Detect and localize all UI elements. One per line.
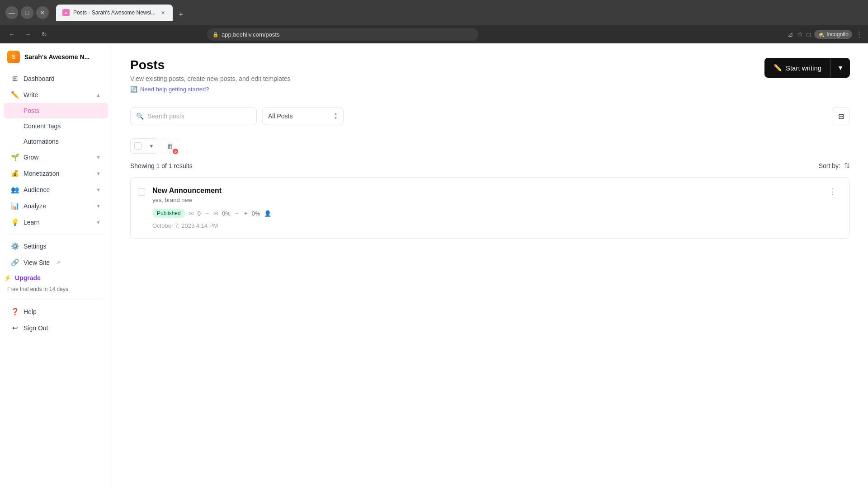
bulk-select-checkbox-group[interactable]: ▼	[130, 138, 158, 154]
sidebar-item-upgrade[interactable]: ⚡ Upgrade	[0, 271, 112, 285]
learn-icon: 💡	[11, 218, 19, 226]
post-meta: Published ✉ 0 → ✉ 0% → ✦ 0% 👤	[152, 209, 818, 218]
post-card[interactable]: New Announcement yes, brand new Publishe…	[130, 177, 850, 239]
browser-actions: ⊿ ☆ □ 🕵 Incognito ⋮	[788, 30, 863, 39]
address-bar[interactable]: 🔒 app.beehiiv.com/posts	[207, 28, 478, 41]
stats-icon: 👤	[264, 210, 271, 217]
main-content: Posts View existing posts, create new po…	[112, 43, 868, 488]
sidebar-item-analyze[interactable]: 📊 Analyze ▼	[4, 198, 108, 214]
help-icon: ❓	[11, 308, 19, 316]
sidebar-item-settings[interactable]: ⚙️ Settings	[4, 238, 108, 254]
brand-avatar: S	[7, 51, 20, 63]
help-link-icon: 🔄	[130, 86, 137, 93]
sidebar-item-write[interactable]: ✏️ Write ▲	[4, 87, 108, 103]
minimize-button[interactable]: —	[5, 6, 18, 19]
post-more-options-button[interactable]: ⋮	[825, 185, 840, 198]
start-writing-chevron-icon[interactable]: ▼	[831, 58, 850, 78]
app-container: S Sarah's Awesome N... ⊞ Dashboard ✏️ Wr…	[0, 43, 868, 488]
filter-label: All Posts	[268, 113, 292, 120]
reload-button[interactable]: ↻	[38, 28, 51, 41]
address-bar-row: ← → ↻ 🔒 app.beehiiv.com/posts ⊿ ☆ □ 🕵 In…	[0, 25, 868, 43]
bulk-checkbox[interactable]	[131, 139, 145, 153]
columns-button[interactable]: ⊟	[832, 107, 850, 125]
checkbox-inner	[134, 142, 142, 150]
post-subtitle-text: yes, brand new	[152, 197, 818, 203]
page-subtitle: View existing posts, create new posts, a…	[130, 75, 291, 82]
brand-initials: S	[12, 54, 15, 60]
sidebar-item-automations[interactable]: Automations	[4, 134, 108, 149]
browser-tab-bar: — □ ✕ B Posts - Sarah's Awesome Newsl...…	[0, 0, 868, 25]
help-link[interactable]: 🔄 Need help getting started?	[130, 86, 291, 93]
search-box[interactable]: 🔍 Search posts	[130, 107, 257, 125]
sidebar-item-monetization[interactable]: 💰 Monetization ▼	[4, 165, 108, 182]
sidebar-item-label-content-tags: Content Tags	[24, 122, 61, 130]
sidebar-item-grow[interactable]: 🌱 Grow ▼	[4, 149, 108, 165]
columns-icon: ⊟	[838, 112, 844, 121]
sidebar-item-content-tags[interactable]: Content Tags	[4, 118, 108, 134]
page-title-section: Posts View existing posts, create new po…	[130, 58, 291, 93]
all-posts-filter[interactable]: All Posts ▲ ▼	[262, 107, 344, 125]
monetization-icon: 💰	[11, 169, 19, 178]
back-button[interactable]: ←	[5, 28, 18, 41]
address-text: app.beehiiv.com/posts	[222, 31, 279, 38]
sidebar-item-label-automations: Automations	[24, 138, 59, 145]
view-site-icon: 🔗	[11, 258, 19, 267]
forward-button[interactable]: →	[22, 28, 34, 41]
extensions-icon[interactable]: □	[807, 31, 811, 38]
post-title: New Announcement	[152, 187, 818, 195]
bulk-select-chevron[interactable]: ▼	[145, 139, 158, 153]
write-chevron-icon: ▲	[96, 92, 101, 98]
sidebar-item-audience[interactable]: 👥 Audience ▼	[4, 182, 108, 198]
sidebar-item-posts[interactable]: Posts	[4, 103, 108, 118]
post-checkbox[interactable]	[138, 188, 145, 196]
window-controls[interactable]: — □ ✕	[5, 6, 49, 19]
sidebar-item-label-dashboard: Dashboard	[24, 75, 55, 82]
free-trial-notice: Free trial ends in 14 days.	[0, 285, 112, 296]
start-writing-label: Start writing	[786, 64, 821, 72]
lock-icon: 🔒	[212, 32, 219, 38]
audience-chevron-icon: ▼	[96, 187, 101, 192]
sidebar-brand[interactable]: S Sarah's Awesome N...	[0, 43, 112, 70]
tab-favicon: B	[62, 9, 70, 16]
tab-close-button[interactable]: ✕	[159, 9, 166, 16]
close-button[interactable]: ✕	[36, 6, 49, 19]
more-menu-icon[interactable]: ⋮	[856, 30, 863, 38]
active-tab[interactable]: B Posts - Sarah's Awesome Newsl... ✕	[56, 5, 173, 21]
monetization-chevron-icon: ▼	[96, 171, 101, 176]
incognito-button[interactable]: 🕵 Incognito	[814, 30, 852, 39]
sort-icon: ⇅	[844, 161, 850, 170]
cast-icon[interactable]: ⊿	[788, 30, 793, 38]
sidebar-item-view-site[interactable]: 🔗 View Site ↗	[4, 254, 108, 271]
sidebar-item-dashboard[interactable]: ⊞ Dashboard	[4, 70, 108, 87]
settings-icon: ⚙️	[11, 242, 19, 250]
new-tab-button[interactable]: +	[175, 8, 187, 21]
sidebar: S Sarah's Awesome N... ⊞ Dashboard ✏️ Wr…	[0, 43, 112, 488]
start-writing-button[interactable]: ✏️ Start writing ▼	[764, 58, 850, 78]
sidebar-item-label-posts: Posts	[24, 107, 39, 114]
sidebar-item-label-grow: Grow	[24, 154, 38, 161]
dashboard-icon: ⊞	[11, 75, 19, 83]
email-icon: ✉	[189, 210, 194, 217]
maximize-button[interactable]: □	[21, 6, 33, 19]
click-rate: 0%	[252, 210, 260, 217]
sidebar-divider	[7, 234, 104, 235]
sidebar-item-sign-out[interactable]: ↩ Sign Out	[4, 320, 108, 336]
sidebar-divider-2	[7, 300, 104, 300]
post-actions[interactable]: ⋮	[825, 187, 840, 197]
sort-by-control[interactable]: Sort by: ⇅	[819, 161, 850, 170]
sidebar-item-label-analyze: Analyze	[24, 202, 46, 210]
sidebar-item-help[interactable]: ❓ Help	[4, 304, 108, 320]
bookmark-icon[interactable]: ☆	[797, 30, 803, 38]
sidebar-item-label-monetization: Monetization	[24, 170, 59, 177]
published-badge: Published	[152, 209, 185, 218]
write-icon: ✏️	[11, 91, 19, 99]
sidebar-item-label-help: Help	[24, 308, 37, 315]
bulk-delete-button[interactable]: 🗑 ⊘	[162, 138, 178, 154]
sidebar-item-learn[interactable]: 💡 Learn ▼	[4, 214, 108, 230]
post-content: New Announcement yes, brand new Publishe…	[152, 187, 818, 229]
sidebar-item-label-learn: Learn	[24, 219, 40, 226]
sidebar-item-label-view-site: View Site	[24, 259, 50, 266]
sidebar-item-label-sign-out: Sign Out	[24, 324, 48, 332]
audience-icon: 👥	[11, 186, 19, 194]
external-link-icon: ↗	[56, 260, 60, 266]
